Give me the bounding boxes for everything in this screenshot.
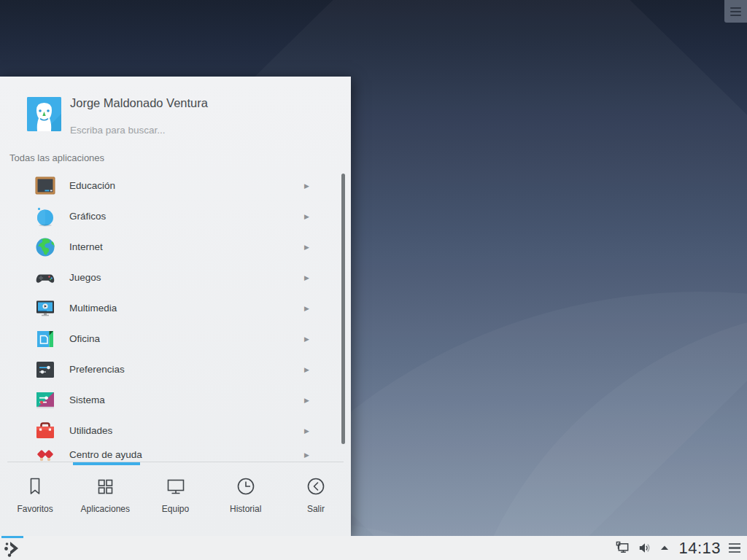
system-category-icon xyxy=(34,389,57,412)
kde-launcher-icon xyxy=(2,538,24,559)
education-category-icon xyxy=(34,174,57,198)
category-row-internet[interactable]: Internet▶ xyxy=(0,232,339,262)
taskbar-panel: 14:13 xyxy=(0,536,747,560)
submenu-arrow-icon: ▶ xyxy=(304,324,309,354)
submenu-arrow-icon: ▶ xyxy=(304,232,309,262)
submenu-arrow-icon: ▶ xyxy=(304,171,309,201)
category-row-multimedia[interactable]: Multimedia▶ xyxy=(0,293,339,324)
help-center-icon xyxy=(34,443,57,462)
submenu-arrow-icon: ▶ xyxy=(304,262,309,293)
tab-equipo[interactable]: Equipo xyxy=(140,466,210,527)
category-label: Multimedia xyxy=(69,293,117,324)
category-row-office[interactable]: Oficina▶ xyxy=(0,324,339,354)
submenu-arrow-icon: ▶ xyxy=(304,440,309,462)
user-name: Jorge Maldonado Ventura xyxy=(70,96,208,110)
preferences-category-icon xyxy=(34,358,57,381)
category-label: Sistema xyxy=(69,385,105,416)
tab-label: Aplicaciones xyxy=(81,504,130,514)
clock[interactable]: 14:13 xyxy=(677,539,722,558)
bookmark-icon xyxy=(23,475,47,498)
category-label: Centro de ayuda xyxy=(69,440,142,462)
search-input[interactable]: Escriba para buscar... xyxy=(70,125,333,136)
category-label: Gráficos xyxy=(69,201,106,232)
user-avatar[interactable] xyxy=(27,97,61,131)
category-row-education[interactable]: Educación▶ xyxy=(0,171,339,201)
tab-label: Favoritos xyxy=(17,504,53,514)
submenu-arrow-icon: ▶ xyxy=(304,385,309,416)
desktop-toolbox-button[interactable] xyxy=(724,0,747,23)
category-row-system[interactable]: Sistema▶ xyxy=(0,385,339,416)
history-clock-icon xyxy=(234,475,258,498)
launcher-tabbar: FavoritosAplicacionesEquipoHistorialSali… xyxy=(0,466,351,527)
category-label: Oficina xyxy=(69,324,100,354)
app-grid-icon xyxy=(93,475,117,498)
face-avatar-icon xyxy=(27,97,61,131)
leave-icon xyxy=(304,475,328,498)
category-row-graphics[interactable]: Gráficos▶ xyxy=(0,201,339,232)
system-tray: 14:13 xyxy=(615,536,743,560)
category-label: Internet xyxy=(69,232,103,262)
active-tab-indicator xyxy=(73,462,140,465)
submenu-arrow-icon: ▶ xyxy=(304,201,309,232)
category-row-help-center[interactable]: Centro de ayuda▶ xyxy=(0,440,339,462)
submenu-arrow-icon: ▶ xyxy=(304,354,309,385)
category-label: Juegos xyxy=(69,262,101,293)
submenu-arrow-icon: ▶ xyxy=(304,293,309,324)
computer-icon xyxy=(164,475,187,498)
scrollbar-thumb[interactable] xyxy=(341,174,345,444)
graphics-category-icon xyxy=(34,205,57,228)
internet-category-icon xyxy=(34,236,57,259)
games-category-icon xyxy=(34,266,57,289)
hamburger-icon xyxy=(730,5,741,18)
tab-favoritos[interactable]: Favoritos xyxy=(0,466,70,527)
panel-overflow-button[interactable] xyxy=(729,540,743,556)
volume-icon[interactable] xyxy=(637,540,652,556)
tab-historial[interactable]: Historial xyxy=(211,466,281,527)
app-launcher-button[interactable] xyxy=(2,538,24,559)
desktop: { "desktop": { "toolbox_icon": "hamburge… xyxy=(0,0,747,560)
launcher-header: Jorge Maldonado Ventura Escriba para bus… xyxy=(0,77,351,149)
application-launcher-menu: Jorge Maldonado Ventura Escriba para bus… xyxy=(0,77,351,536)
category-list: Educación▶Gráficos▶Internet▶Juegos▶Multi… xyxy=(0,171,339,462)
tabbar-separator xyxy=(7,462,344,462)
multimedia-category-icon xyxy=(34,297,57,320)
expand-tray-icon[interactable] xyxy=(659,540,670,556)
category-row-games[interactable]: Juegos▶ xyxy=(0,262,339,293)
office-category-icon xyxy=(34,327,57,351)
network-icon[interactable] xyxy=(615,540,630,556)
category-label: Educación xyxy=(69,171,115,201)
tab-aplicaciones[interactable]: Aplicaciones xyxy=(70,466,140,527)
category-row-preferences[interactable]: Preferencias▶ xyxy=(0,354,339,385)
tab-label: Historial xyxy=(230,504,261,514)
tab-label: Salir xyxy=(307,504,325,514)
section-label: Todas las aplicaciones xyxy=(9,152,104,163)
tab-salir[interactable]: Salir xyxy=(281,466,351,527)
category-label: Preferencias xyxy=(69,354,125,385)
tab-label: Equipo xyxy=(162,504,189,514)
